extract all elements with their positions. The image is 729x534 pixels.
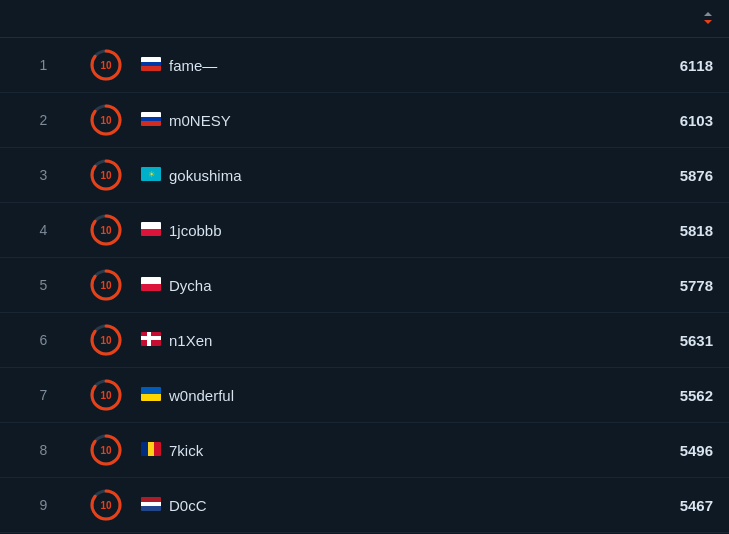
level-cell: 10 bbox=[71, 378, 141, 412]
level-badge: 10 bbox=[89, 378, 123, 412]
player-name: n1Xen bbox=[169, 332, 212, 349]
table-row[interactable]: 7 10 w0nderful 5562 bbox=[0, 368, 729, 423]
table-body: 1 10 fame— 6118 2 10 bbox=[0, 38, 729, 534]
player-cell: 7kick bbox=[141, 442, 593, 459]
level-badge: 10 bbox=[89, 488, 123, 522]
level-cell: 10 bbox=[71, 48, 141, 82]
player-name: Dycha bbox=[169, 277, 212, 294]
level-cell: 10 bbox=[71, 158, 141, 192]
flag-icon bbox=[141, 57, 161, 74]
rank-cell: 6 bbox=[16, 332, 71, 348]
rank-cell: 2 bbox=[16, 112, 71, 128]
svg-text:10: 10 bbox=[100, 60, 112, 71]
header-elo[interactable] bbox=[593, 10, 713, 27]
flag-icon bbox=[141, 387, 161, 404]
player-name: fame— bbox=[169, 57, 217, 74]
level-badge: 10 bbox=[89, 158, 123, 192]
player-name: 7kick bbox=[169, 442, 203, 459]
elo-cell: 5631 bbox=[593, 332, 713, 349]
svg-text:10: 10 bbox=[100, 390, 112, 401]
level-badge: 10 bbox=[89, 103, 123, 137]
rank-cell: 1 bbox=[16, 57, 71, 73]
level-badge: 10 bbox=[89, 268, 123, 302]
table-row[interactable]: 9 10 D0cC 5467 bbox=[0, 478, 729, 533]
rank-cell: 9 bbox=[16, 497, 71, 513]
player-name: D0cC bbox=[169, 497, 207, 514]
level-cell: 10 bbox=[71, 323, 141, 357]
level-badge: 10 bbox=[89, 48, 123, 82]
svg-text:10: 10 bbox=[100, 335, 112, 346]
svg-text:10: 10 bbox=[100, 500, 112, 511]
player-name: m0NESY bbox=[169, 112, 231, 129]
elo-cell: 5562 bbox=[593, 387, 713, 404]
svg-text:10: 10 bbox=[100, 280, 112, 291]
svg-text:10: 10 bbox=[100, 445, 112, 456]
player-cell: w0nderful bbox=[141, 387, 593, 404]
elo-cell: 5496 bbox=[593, 442, 713, 459]
elo-cell: 6118 bbox=[593, 57, 713, 74]
table-row[interactable]: 8 10 7kick 5496 bbox=[0, 423, 729, 478]
player-cell: fame— bbox=[141, 57, 593, 74]
sort-icon bbox=[703, 10, 713, 27]
flag-icon bbox=[141, 442, 161, 459]
table-header bbox=[0, 0, 729, 38]
svg-text:10: 10 bbox=[100, 115, 112, 126]
table-row[interactable]: 3 10 gokushima 5876 bbox=[0, 148, 729, 203]
table-row[interactable]: 1 10 fame— 6118 bbox=[0, 38, 729, 93]
elo-cell: 5467 bbox=[593, 497, 713, 514]
player-cell: m0NESY bbox=[141, 112, 593, 129]
level-cell: 10 bbox=[71, 268, 141, 302]
level-cell: 10 bbox=[71, 103, 141, 137]
flag-icon bbox=[141, 112, 161, 129]
level-badge: 10 bbox=[89, 433, 123, 467]
leaderboard-table: 1 10 fame— 6118 2 10 bbox=[0, 0, 729, 534]
elo-cell: 6103 bbox=[593, 112, 713, 129]
level-cell: 10 bbox=[71, 213, 141, 247]
svg-text:10: 10 bbox=[100, 170, 112, 181]
level-badge: 10 bbox=[89, 323, 123, 357]
player-cell: gokushima bbox=[141, 167, 593, 184]
elo-cell: 5876 bbox=[593, 167, 713, 184]
player-name: 1jcobbb bbox=[169, 222, 222, 239]
table-row[interactable]: 5 10 Dycha 5778 bbox=[0, 258, 729, 313]
rank-cell: 4 bbox=[16, 222, 71, 238]
player-name: gokushima bbox=[169, 167, 242, 184]
flag-icon bbox=[141, 332, 161, 349]
player-name: w0nderful bbox=[169, 387, 234, 404]
elo-cell: 5818 bbox=[593, 222, 713, 239]
flag-icon bbox=[141, 222, 161, 239]
level-badge: 10 bbox=[89, 213, 123, 247]
flag-icon bbox=[141, 497, 161, 514]
svg-text:10: 10 bbox=[100, 225, 112, 236]
player-cell: D0cC bbox=[141, 497, 593, 514]
player-cell: 1jcobbb bbox=[141, 222, 593, 239]
table-row[interactable]: 4 10 1jcobbb 5818 bbox=[0, 203, 729, 258]
level-cell: 10 bbox=[71, 433, 141, 467]
level-cell: 10 bbox=[71, 488, 141, 522]
rank-cell: 8 bbox=[16, 442, 71, 458]
flag-icon bbox=[141, 167, 161, 184]
player-cell: n1Xen bbox=[141, 332, 593, 349]
elo-cell: 5778 bbox=[593, 277, 713, 294]
rank-cell: 5 bbox=[16, 277, 71, 293]
flag-icon bbox=[141, 277, 161, 294]
table-row[interactable]: 2 10 m0NESY 6103 bbox=[0, 93, 729, 148]
rank-cell: 7 bbox=[16, 387, 71, 403]
table-row[interactable]: 6 10 n1Xen 5631 bbox=[0, 313, 729, 368]
player-cell: Dycha bbox=[141, 277, 593, 294]
rank-cell: 3 bbox=[16, 167, 71, 183]
